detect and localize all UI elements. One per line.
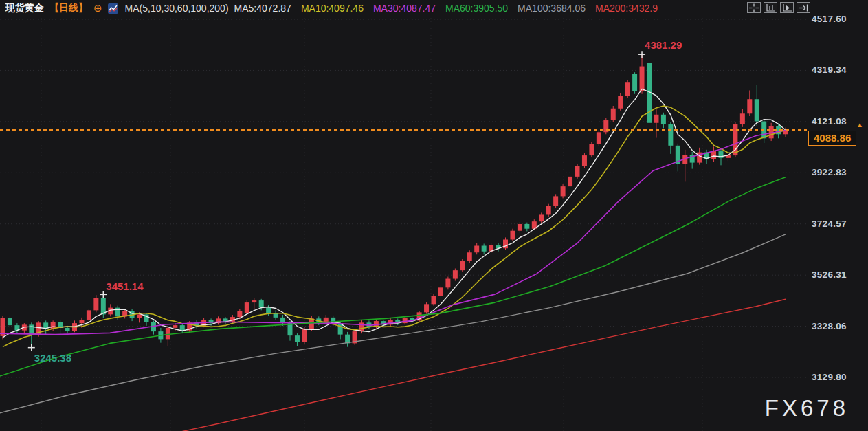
- axis-price-label: 4121.08: [812, 116, 847, 126]
- axis-price-label: 3724.57: [812, 219, 847, 229]
- axis-price-label: 4517.60: [812, 14, 847, 24]
- ma-legend-item: MA5:4072.87: [234, 3, 291, 14]
- ma-line-MA30: [0, 131, 786, 335]
- candle: [266, 308, 271, 313]
- candle: [438, 287, 443, 296]
- ma-group-label: MA(5,10,30,60,100,200): [125, 3, 229, 14]
- ma-line-MA10: [3, 106, 786, 347]
- candle: [309, 318, 314, 329]
- candle: [482, 245, 487, 251]
- candle: [432, 296, 436, 304]
- extreme-price-annotation: 4381.29: [645, 39, 682, 51]
- ma-legend-item: MA30:4087.47: [373, 3, 436, 14]
- candle: [632, 74, 637, 91]
- candle: [539, 214, 544, 221]
- left-scale-icon[interactable]: [764, 2, 777, 13]
- candle: [467, 252, 472, 261]
- ma-legend-item: MA10:4097.46: [301, 3, 364, 14]
- ma-line-MA5: [3, 89, 786, 337]
- candle: [93, 298, 98, 311]
- candle: [65, 328, 70, 331]
- candle: [640, 67, 645, 91]
- candle: [510, 231, 515, 240]
- candle: [575, 166, 580, 177]
- candle: [403, 318, 408, 324]
- candle: [460, 261, 465, 270]
- ma-line-MA200: [172, 299, 786, 431]
- candle: [668, 124, 673, 146]
- ma-legend-item: MA200:3432.9: [595, 3, 658, 14]
- candle: [611, 109, 616, 120]
- candle: [518, 224, 522, 231]
- candle: [180, 325, 185, 331]
- watermark: FX678: [765, 395, 849, 421]
- axis-price-label: 3328.06: [812, 321, 847, 331]
- candle: [747, 99, 752, 113]
- axis-price-label: 3922.83: [812, 167, 847, 177]
- candle: [79, 320, 84, 324]
- candle: [445, 279, 450, 288]
- candle: [582, 155, 587, 166]
- candle: [625, 82, 630, 96]
- extreme-price-annotation: 3451.14: [106, 280, 144, 292]
- extreme-price-annotation: 3245.38: [34, 352, 71, 364]
- candle: [137, 314, 142, 318]
- candle: [87, 310, 91, 320]
- candle: [295, 335, 300, 342]
- candle: [474, 245, 479, 252]
- chart-app: 4381.293451.143245.38 现货黄金 【日线】 ⊕ MA(5,1…: [0, 0, 868, 431]
- axis-price-label: 3526.31: [812, 269, 847, 280]
- axis-price-label: 4319.34: [812, 65, 847, 75]
- candle: [245, 302, 249, 313]
- candle: [288, 323, 293, 335]
- candle: [8, 318, 12, 326]
- crosshair-icon[interactable]: [747, 2, 761, 13]
- candle: [274, 313, 278, 318]
- candle: [654, 115, 658, 123]
- candle: [173, 325, 177, 328]
- kline-chart-icon[interactable]: [108, 3, 118, 14]
- candle: [561, 186, 566, 196]
- candle: [661, 115, 666, 124]
- axis-price-label: 3129.80: [812, 372, 847, 382]
- candle: [755, 99, 759, 121]
- candle: [618, 96, 623, 109]
- candle: [589, 144, 594, 156]
- candle: [359, 322, 364, 331]
- ma-line-MA60: [0, 177, 786, 376]
- timeframe-label[interactable]: 【日线】: [49, 2, 88, 14]
- candle: [453, 270, 458, 278]
- candle: [553, 196, 558, 206]
- right-scale-icon[interactable]: [780, 2, 794, 13]
- candle: [424, 304, 429, 312]
- candlestick-chart[interactable]: 4381.293451.143245.38: [0, 0, 868, 431]
- symbol-name: 现货黄金: [5, 2, 44, 14]
- candle: [166, 328, 170, 340]
- candle: [711, 151, 716, 159]
- ma-legend: MA5:4072.87MA10:4097.46MA30:4087.47MA60:…: [234, 3, 658, 14]
- candle: [302, 329, 307, 342]
- candle: [524, 224, 529, 229]
- last-price-label: 4088.86: [808, 131, 856, 146]
- candle: [237, 311, 242, 317]
- ma-legend-item: MA100:3684.06: [518, 3, 586, 14]
- candle: [546, 206, 551, 215]
- candle: [597, 132, 601, 144]
- candle: [259, 300, 264, 308]
- chart-toolbar: [747, 2, 810, 13]
- chart-header: 现货黄金 【日线】 ⊕ MA(5,10,30,60,100,200) MA5:4…: [5, 0, 658, 16]
- candle: [568, 177, 572, 186]
- jump-to-latest-icon[interactable]: [797, 2, 810, 13]
- ma-legend-item: MA60:3905.50: [445, 3, 508, 14]
- candle: [740, 113, 745, 124]
- candle: [252, 300, 256, 302]
- price-up-arrow-icon: ▲: [856, 121, 863, 129]
- add-indicator-icon[interactable]: ⊕: [93, 3, 102, 13]
